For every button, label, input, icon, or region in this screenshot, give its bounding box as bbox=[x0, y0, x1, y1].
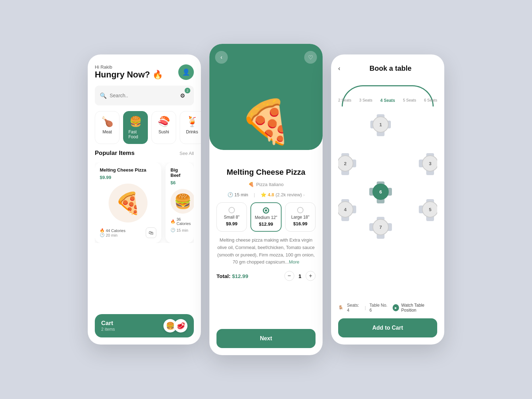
description-text: Melting cheese pizza making with Extra v… bbox=[216, 237, 316, 266]
table-7[interactable]: 7 bbox=[369, 217, 392, 239]
categories-list: 🍗 Meat 🍔 Fast Food 🍣 Sushi 🍹 Drinks bbox=[95, 111, 194, 144]
table-svg: 1 2 3 bbox=[338, 112, 437, 239]
qty-increase[interactable]: + bbox=[306, 271, 316, 281]
seat-selector: 2 Seats 3 Seats 4 Seats 5 Seats 6 Seats bbox=[338, 78, 437, 106]
home-header: Hi Rakib Hungry Now? 🔥 👤 bbox=[95, 64, 194, 80]
food-price-pizza: $9.99 bbox=[100, 175, 156, 180]
size-small[interactable]: Small 8" $9.99 bbox=[216, 202, 247, 232]
category-sushi[interactable]: 🍣 Sushi bbox=[151, 111, 176, 144]
total-price: $12.99 bbox=[232, 273, 248, 279]
book-table-header: ‹ Book a table bbox=[338, 64, 437, 73]
filter-button[interactable]: ⚙ 2 bbox=[176, 89, 189, 102]
pizza-source-label: Pizza Italiano bbox=[256, 182, 283, 187]
table-2[interactable]: 2 bbox=[338, 153, 356, 175]
cart-label: Cart bbox=[101, 320, 115, 327]
search-icon: 🔍 bbox=[100, 92, 107, 99]
table-4[interactable]: 4 bbox=[338, 199, 356, 221]
greeting-main: Hungry Now? 🔥 bbox=[95, 70, 163, 80]
time-meta: 🕐 15 min bbox=[227, 192, 248, 197]
seat-3[interactable]: 3 Seats bbox=[359, 98, 372, 103]
total-label: Total: $12.99 bbox=[216, 273, 248, 279]
favorite-button[interactable]: ♡ bbox=[304, 51, 317, 64]
table-3[interactable]: 3 bbox=[419, 153, 437, 175]
review-count: (2.2k review) bbox=[276, 192, 302, 197]
watch-label: Watch Table Position bbox=[401, 303, 437, 313]
add-to-cart-button[interactable]: Add to Cart bbox=[338, 318, 437, 337]
seat-5[interactable]: 5 Seats bbox=[403, 98, 416, 103]
pizza-icon: 🍕 bbox=[248, 182, 254, 187]
cart-thumbnails: 🍔 🥩 bbox=[163, 319, 187, 332]
seat-info: 🪑 Seats: 4 | Table No. 6 ▶ Watch Table P… bbox=[338, 303, 437, 313]
play-icon: ▶ bbox=[393, 304, 399, 311]
table-6[interactable]: 6 bbox=[369, 181, 392, 203]
size-medium-name: Medium 12" bbox=[255, 215, 277, 220]
food-image-burger: 🍔 bbox=[170, 189, 194, 214]
category-sushi-label: Sushi bbox=[158, 129, 169, 134]
food-cards-list: Melting Cheese Pizza $9.99 🍕 🔥 44 Calori… bbox=[95, 162, 194, 243]
table-number: Table No. 6 bbox=[369, 303, 389, 313]
screen-detail: ‹ ♡ 🍕 Melting Cheese Pizza 🍕 Pizza Itali… bbox=[209, 44, 323, 355]
category-drinks[interactable]: 🍹 Drinks bbox=[180, 111, 201, 144]
size-medium-radio bbox=[263, 207, 269, 214]
qty-value: 1 bbox=[299, 273, 301, 279]
pizza-source: 🍕 Pizza Italiano bbox=[216, 182, 316, 187]
pizza-meta: 🕐 15 min | ⭐ 4.8 (2.2k review) › bbox=[216, 192, 316, 197]
size-medium-price: $12.99 bbox=[259, 221, 273, 227]
seat-4[interactable]: 4 Seats bbox=[380, 98, 395, 103]
svg-text:7: 7 bbox=[379, 225, 382, 230]
meat-icon: 🍗 bbox=[101, 116, 114, 127]
food-image-pizza: 🍕 bbox=[109, 184, 148, 222]
time-burger: 🕐 15 min bbox=[170, 228, 189, 232]
category-meat-label: Meat bbox=[103, 129, 112, 134]
filter-icon: ⚙ bbox=[180, 92, 185, 99]
search-input[interactable] bbox=[110, 93, 173, 98]
size-small-radio bbox=[229, 207, 235, 213]
food-price-burger: $6 bbox=[170, 180, 189, 185]
food-footer-pizza: 🔥 44 Calories 🕐 20 min 🛍 bbox=[100, 227, 156, 238]
see-all-link[interactable]: See All bbox=[180, 151, 194, 156]
back-button[interactable]: ‹ bbox=[215, 51, 228, 64]
svg-text:1: 1 bbox=[379, 122, 382, 127]
next-button[interactable]: Next bbox=[216, 329, 316, 348]
size-large[interactable]: Large 18" $16.99 bbox=[285, 202, 316, 232]
size-options: Small 8" $9.99 Medium 12" $12.99 Large 1… bbox=[216, 202, 316, 232]
food-card-pizza[interactable]: Melting Cheese Pizza $9.99 🍕 🔥 44 Calori… bbox=[95, 162, 161, 243]
cart-bar[interactable]: Cart 2 items 🍔 🥩 bbox=[95, 314, 194, 337]
chevron-right-icon: › bbox=[303, 193, 305, 197]
seat-options-list: 2 Seats 3 Seats 4 Seats 5 Seats 6 Seats bbox=[335, 98, 441, 103]
category-fastfood[interactable]: 🍔 Fast Food bbox=[123, 111, 148, 144]
book-back-button[interactable]: ‹ bbox=[338, 65, 340, 72]
seat-2[interactable]: 2 Seats bbox=[338, 98, 351, 103]
more-link[interactable]: More bbox=[289, 259, 300, 265]
screen-home: Hi Rakib Hungry Now? 🔥 👤 🔍 ⚙ 2 🍗 Meat 🍔 … bbox=[88, 54, 201, 345]
pizza-detail-image: 🍕 bbox=[231, 86, 301, 157]
seat-6[interactable]: 6 Seats bbox=[424, 98, 437, 103]
screen-book-table: ‹ Book a table 2 Seats 3 Seats 4 Seats 5… bbox=[331, 54, 444, 345]
category-meat[interactable]: 🍗 Meat bbox=[95, 111, 120, 144]
clock-icon: 🕐 bbox=[227, 192, 233, 197]
watch-position-button[interactable]: ▶ Watch Table Position bbox=[393, 303, 437, 313]
quantity-control: − 1 + bbox=[284, 271, 316, 281]
table-1[interactable]: 1 bbox=[370, 114, 391, 136]
svg-text:2: 2 bbox=[344, 161, 346, 166]
fastfood-icon: 🍔 bbox=[129, 116, 142, 127]
sushi-icon: 🍣 bbox=[158, 116, 170, 127]
food-card-burger[interactable]: Big Beef $6 🍔 🔥 36 Calories 🕐 15 min bbox=[166, 162, 194, 243]
size-large-radio bbox=[297, 207, 303, 213]
time-pizza: 🕐 20 min bbox=[100, 233, 126, 237]
table-5[interactable]: 5 bbox=[419, 199, 437, 221]
food-name-pizza: Melting Cheese Pizza bbox=[100, 167, 156, 173]
calories-pizza: 🔥 44 Calories bbox=[100, 228, 126, 233]
category-drinks-label: Drinks bbox=[186, 129, 198, 134]
table-layout: 1 2 3 bbox=[338, 112, 437, 297]
book-title: Book a table bbox=[344, 64, 437, 73]
popular-title: Popular Items bbox=[95, 150, 134, 157]
size-small-name: Small 8" bbox=[224, 215, 239, 220]
avatar[interactable]: 👤 bbox=[178, 64, 194, 80]
drinks-icon: 🍹 bbox=[186, 116, 198, 127]
add-to-cart-pizza[interactable]: 🛍 bbox=[146, 227, 156, 238]
qty-decrease[interactable]: − bbox=[284, 271, 294, 281]
size-medium[interactable]: Medium 12" $12.99 bbox=[250, 202, 282, 232]
detail-top: ‹ ♡ 🍕 bbox=[209, 44, 323, 150]
cart-items-label: 2 items bbox=[101, 327, 115, 332]
